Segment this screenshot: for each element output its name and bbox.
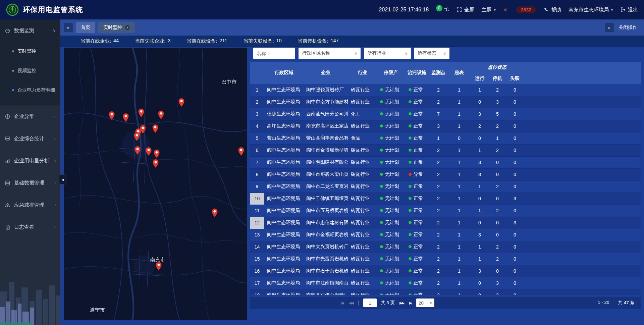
sidebar-subitem-power-load-detail[interactable]: 企业电力负荷明细 — [0, 80, 60, 100]
cell-industry: 砖瓦行业 — [348, 253, 377, 265]
speaker-icon[interactable] — [503, 7, 509, 13]
map-pin[interactable] — [134, 146, 141, 155]
cell-run: 1 — [470, 241, 489, 253]
map-canvas[interactable]: 巴中市南充市遂宁市 — [64, 48, 247, 320]
cell-limit-status: 无计划 — [377, 253, 405, 265]
cell-points: 2 — [429, 193, 448, 205]
close-operations-button[interactable]: 关闭操作 — [619, 24, 637, 31]
first-page-button[interactable]: |◀ — [340, 301, 344, 305]
sidebar-subitem-realtime-monitor[interactable]: 实时监控 — [0, 42, 60, 61]
logout-button[interactable]: 退出 — [620, 7, 638, 13]
table-row[interactable]: 7阆中生态环境局阆中明阳建材有限公司砖瓦行业无计划正常21300 — [250, 156, 641, 168]
table-row[interactable]: 5营山生态环境局营山县润丰肉食品有限食品无计划正常10010 — [250, 132, 641, 144]
map-pin[interactable] — [138, 108, 145, 117]
sidebar-item-data-monitoring[interactable]: 数据监测∨ — [0, 19, 60, 42]
cell-industry: 砖瓦行业 — [348, 144, 377, 156]
org-dropdown[interactable]: 南充市生态环境局 ▾ — [569, 7, 613, 13]
cell-lost: 0 — [506, 132, 524, 144]
table-row[interactable]: 2阆中生态环境局阆中市南方节能建材有砖瓦行业无计划正常21030 — [250, 96, 641, 108]
page-size-select[interactable]: 20 ∨ — [416, 299, 434, 307]
table-row[interactable]: 13阆中生态环境局阆中市金福旺页岩机砖砖瓦行业无计划正常21300 — [250, 229, 641, 241]
tab-home[interactable]: 首页 — [76, 22, 95, 33]
col-subheader: 失联 — [506, 73, 524, 84]
tabs-scroll-right-button[interactable]: » — [605, 23, 614, 32]
table-row[interactable]: 11阆中生态环境局阆中市五马桥页岩机砖砖瓦行业无计划正常21120 — [250, 205, 641, 217]
sidebar-item-emergency-reduction[interactable]: 应急减排管理‹ — [0, 194, 60, 216]
map-pin[interactable] — [133, 132, 140, 141]
cell-facility-status: 异常 — [405, 168, 429, 180]
table-row[interactable]: 8阆中生态环境局阆中市枣碧大梁山页岩砖瓦行业无计划异常21300 — [250, 168, 641, 180]
map-pin[interactable] — [152, 124, 159, 133]
col-header: 行政区域 — [264, 62, 304, 84]
table-row[interactable]: 12阆中生态环境局阆中市忠信建材有限公砖瓦行业无计划正常21003 — [250, 217, 641, 229]
name-filter-input[interactable] — [253, 48, 295, 59]
map-pin[interactable] — [153, 149, 160, 158]
open-tabs: 首页实时监控× — [76, 22, 135, 33]
sidebar-item-enterprise-abnormal[interactable]: 企业异常‹ — [0, 105, 60, 127]
alert-count-badge[interactable]: 2632 — [516, 6, 536, 13]
cell-meters: 1 — [448, 217, 470, 229]
cell-facility-status: 正常 — [405, 84, 429, 96]
sidebar-item-base-data[interactable]: 基础数据管理‹ — [0, 172, 60, 194]
tabs-scroll-left-button[interactable]: « — [64, 23, 73, 32]
monitor-panel: 行政区域名称 ∨ 所有行业 ∨ 所有状态 ∨ — [250, 48, 641, 309]
prev-page-button[interactable]: ◀◀ — [348, 301, 354, 305]
map-pin[interactable] — [108, 111, 115, 120]
table-row[interactable]: 18南部生态环境局南部县双佛页岩砖厂砖瓦行业无计划正常21030 — [250, 289, 641, 295]
table-row[interactable]: 16阆中生态环境局阆中市石子页岩机砖厂砖瓦行业无计划正常21300 — [250, 265, 641, 277]
cell-facility-status: 正常 — [405, 144, 429, 156]
map-pin[interactable] — [140, 125, 146, 134]
row-index: 17 — [250, 277, 264, 289]
table-row[interactable]: 10阆中生态环境局阆中千佛镇五郎垭页岩砖瓦行业无计划正常21003 — [250, 193, 641, 205]
last-page-button[interactable]: ▶| — [409, 301, 412, 305]
map-pin[interactable] — [211, 208, 218, 217]
cell-facility-status: 正常 — [405, 96, 429, 108]
table-row[interactable]: 6阆中生态环境局阆中市金博瑞新型墙材砖瓦行业无计划正常21120 — [250, 144, 641, 156]
map-pin[interactable] — [155, 262, 162, 271]
chevron-down-icon: ∨ — [443, 51, 446, 56]
table-row[interactable]: 1阆中生态环境局阆中强锐页岩砖厂砖瓦行业无计划正常21120 — [250, 84, 641, 96]
close-tab-icon[interactable]: × — [125, 25, 130, 30]
map-collapse-button[interactable]: ◀ — [59, 174, 66, 184]
table-row[interactable]: 14阆中生态环境局阆中大兴页岩机砖厂砖瓦行业无计划正常21120 — [250, 241, 641, 253]
table-row[interactable]: 3仪陇生态环境局西南油气田分公司川中化工无计划正常71350 — [250, 108, 641, 120]
map-pin[interactable] — [178, 98, 185, 107]
cell-filler — [524, 241, 641, 253]
table-row[interactable]: 9阆中生态环境局阆中市二龙长宝页岩砖砖瓦行业无计划正常21120 — [250, 180, 641, 193]
cell-points: 2 — [429, 253, 448, 265]
map-pin[interactable] — [238, 147, 245, 156]
page-number-input[interactable] — [363, 299, 377, 307]
status-filter-select[interactable]: 所有状态 ∨ — [414, 48, 449, 59]
region-filter-select[interactable]: 行政区域名称 ∨ — [299, 48, 361, 59]
table-row[interactable]: 4高坪生态环境局南充市高坪区王家店建砖瓦行业无计划正常31220 — [250, 120, 641, 132]
map-pin[interactable] — [152, 159, 159, 168]
cell-points: 2 — [429, 241, 448, 253]
table-row[interactable]: 17阆中生态环境局阆中市江南镇阆南页岩砖瓦行业无计划正常21030 — [250, 277, 641, 289]
help-button[interactable]: 帮助 — [543, 7, 561, 13]
temperature: 0 ℃ — [436, 7, 449, 13]
map-pin[interactable] — [145, 147, 152, 156]
cell-meters: 0 — [448, 132, 470, 144]
chevron-down-icon: ∨ — [355, 51, 357, 56]
table-row[interactable]: 15阆中生态环境局阆中市光富页岩机砖厂砖瓦行业无计划正常21120 — [250, 253, 641, 265]
sidebar-item-power-analysis[interactable]: 企业用电量分析‹ — [0, 150, 60, 172]
map-pin[interactable] — [122, 113, 129, 122]
cell-lost: 0 — [506, 241, 524, 253]
sidebar-item-enterprise-statistics[interactable]: 企业综合统计‹ — [0, 127, 60, 150]
status-dot-icon — [380, 112, 383, 115]
next-page-button[interactable]: ▶▶ — [399, 301, 405, 305]
theme-dropdown[interactable]: 主题 ▾ — [482, 7, 496, 13]
fullscreen-button[interactable]: 全屏 — [457, 7, 474, 13]
tab-realtime-monitor[interactable]: 实时监控× — [98, 22, 135, 33]
status-dot-icon — [380, 197, 383, 200]
topbar: 环保用电监管系统 2021-02-25 17:46:18 0 ℃ 全屏 主题 ▾ — [0, 0, 644, 19]
cell-filler — [524, 84, 641, 96]
row-index: 9 — [250, 180, 264, 193]
sidebar-subitem-video-monitor[interactable]: 视频监控 — [0, 61, 60, 80]
industry-filter-select[interactable]: 所有行业 ∨ — [364, 48, 411, 59]
cell-lost: 0 — [506, 120, 524, 132]
cell-industry: 食品 — [348, 132, 377, 144]
sidebar-item-log-view[interactable]: 日志查看‹ — [0, 216, 60, 238]
cell-run: 3 — [470, 168, 489, 180]
map-pin[interactable] — [158, 110, 164, 119]
